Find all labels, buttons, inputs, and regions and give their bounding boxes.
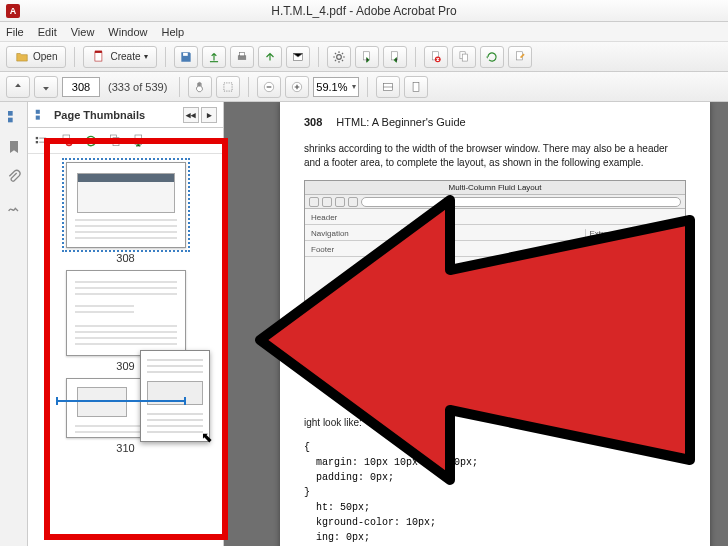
fit-page-icon bbox=[409, 80, 423, 94]
bookmarks-tab-icon[interactable] bbox=[5, 138, 23, 156]
menu-bar: File Edit View Window Help bbox=[0, 22, 728, 42]
svg-rect-1 bbox=[184, 52, 189, 55]
hand-icon bbox=[193, 80, 207, 94]
svg-rect-13 bbox=[224, 82, 232, 90]
toolbar-nav: (333 of 539) 59.1% bbox=[0, 72, 728, 102]
divider bbox=[179, 77, 180, 97]
svg-rect-18 bbox=[8, 111, 13, 116]
svg-rect-19 bbox=[8, 118, 13, 123]
open-button[interactable]: Open bbox=[6, 46, 66, 68]
minus-icon bbox=[262, 80, 276, 94]
email-button[interactable] bbox=[286, 46, 310, 68]
hand-tool-button[interactable] bbox=[188, 76, 212, 98]
thumb-label: 308 bbox=[66, 252, 186, 264]
svg-rect-11 bbox=[463, 54, 468, 61]
signatures-tab-icon[interactable] bbox=[5, 198, 23, 216]
fit-page-button[interactable] bbox=[404, 76, 428, 98]
page-number-input[interactable] bbox=[62, 77, 100, 97]
fig-header: Header bbox=[305, 211, 685, 225]
svg-rect-28 bbox=[135, 135, 142, 144]
svg-point-5 bbox=[337, 54, 342, 59]
zoom-level-select[interactable]: 59.1% bbox=[313, 77, 358, 97]
zoom-value: 59.1% bbox=[316, 81, 347, 93]
doc-import-button[interactable] bbox=[383, 46, 407, 68]
svg-rect-17 bbox=[413, 82, 419, 91]
pdf-app-icon bbox=[6, 4, 20, 18]
thumbnails-toolbar: ▾ bbox=[28, 128, 223, 154]
menu-edit[interactable]: Edit bbox=[38, 26, 57, 38]
zoom-in-button[interactable] bbox=[285, 76, 309, 98]
paragraph: ylesheet somewhat, depending on the leng… bbox=[304, 348, 686, 362]
copy-page-icon bbox=[457, 50, 471, 64]
select-tool-button[interactable] bbox=[216, 76, 240, 98]
thumb-page-308[interactable]: 308 bbox=[66, 162, 186, 264]
thumb-extract-button[interactable] bbox=[106, 132, 124, 150]
prev-page-button[interactable] bbox=[6, 76, 30, 98]
rotate-icon bbox=[485, 50, 499, 64]
toolbar-main: Open Create ▾ bbox=[0, 42, 728, 72]
menu-view[interactable]: View bbox=[71, 26, 95, 38]
doc-export-button[interactable] bbox=[355, 46, 379, 68]
thumb-delete-button[interactable] bbox=[58, 132, 76, 150]
folder-open-icon bbox=[15, 50, 29, 64]
page-number: 308 bbox=[304, 116, 322, 128]
paragraph: ight look like: bbox=[304, 416, 686, 430]
save-icon bbox=[179, 50, 193, 64]
fig-nav: Navigation bbox=[311, 229, 401, 238]
menu-help[interactable]: Help bbox=[161, 26, 184, 38]
create-pdf-icon bbox=[92, 50, 106, 64]
print-icon bbox=[235, 50, 249, 64]
rotate-page-button[interactable] bbox=[480, 46, 504, 68]
thumb-options-button[interactable]: ▾ bbox=[34, 132, 52, 150]
copy-page-button[interactable] bbox=[452, 46, 476, 68]
thumb-collapse-left-button[interactable]: ◂◂ bbox=[183, 107, 199, 123]
running-head: HTML: A Beginner's Guide bbox=[336, 116, 465, 128]
zoom-out-button[interactable] bbox=[257, 76, 281, 98]
paragraph: int to help you build the basic page bbox=[304, 324, 686, 338]
thumb-collapse-right-button[interactable]: ▸ bbox=[201, 107, 217, 123]
svg-rect-3 bbox=[240, 52, 245, 56]
thumbnails-tab-icon[interactable] bbox=[5, 108, 23, 126]
svg-rect-21 bbox=[36, 115, 40, 119]
document-page: 308 HTML: A Beginner's Guide shrinks acc… bbox=[280, 102, 710, 546]
svg-rect-22 bbox=[36, 136, 38, 138]
thumbnails-title: Page Thumbnails bbox=[54, 109, 145, 121]
doc-arrow-icon bbox=[360, 50, 374, 64]
divider bbox=[318, 47, 319, 67]
document-view[interactable]: 308 HTML: A Beginner's Guide shrinks acc… bbox=[224, 102, 728, 546]
arrow-up-icon bbox=[11, 80, 25, 94]
divider bbox=[165, 47, 166, 67]
create-label: Create bbox=[110, 51, 140, 62]
fig-content: Content bbox=[401, 229, 585, 238]
thumbnails-panel: Page Thumbnails ◂◂ ▸ ▾ 308 bbox=[28, 102, 224, 546]
edit-icon bbox=[513, 50, 527, 64]
menu-window[interactable]: Window bbox=[108, 26, 147, 38]
thumbnails-header-icon bbox=[34, 108, 48, 122]
export-button[interactable] bbox=[202, 46, 226, 68]
figure-title: Multi-Column Fluid Layout bbox=[305, 181, 685, 195]
menu-file[interactable]: File bbox=[6, 26, 24, 38]
fit-width-button[interactable] bbox=[376, 76, 400, 98]
doc-arrow-in-icon bbox=[388, 50, 402, 64]
attachments-tab-icon[interactable] bbox=[5, 168, 23, 186]
thumbnails-header: Page Thumbnails ◂◂ ▸ bbox=[28, 102, 223, 128]
page-count-label: (333 of 539) bbox=[108, 81, 167, 93]
create-button[interactable]: Create ▾ bbox=[83, 46, 157, 68]
fit-width-icon bbox=[381, 80, 395, 94]
paragraph: shrinks according to the width of the br… bbox=[304, 142, 686, 170]
divider bbox=[415, 47, 416, 67]
drop-insert-indicator bbox=[56, 400, 186, 402]
share-button[interactable] bbox=[258, 46, 282, 68]
settings-button[interactable] bbox=[327, 46, 351, 68]
delete-page-button[interactable] bbox=[424, 46, 448, 68]
next-page-button[interactable] bbox=[34, 76, 58, 98]
print-button[interactable] bbox=[230, 46, 254, 68]
open-label: Open bbox=[33, 51, 57, 62]
save-button[interactable] bbox=[174, 46, 198, 68]
figure-browser-mock: Multi-Column Fluid Layout Header Navigat… bbox=[304, 180, 686, 310]
plus-icon bbox=[290, 80, 304, 94]
edit-page-button[interactable] bbox=[508, 46, 532, 68]
thumb-replace-button[interactable] bbox=[130, 132, 148, 150]
thumb-rotate-button[interactable] bbox=[82, 132, 100, 150]
svg-rect-20 bbox=[36, 109, 40, 113]
